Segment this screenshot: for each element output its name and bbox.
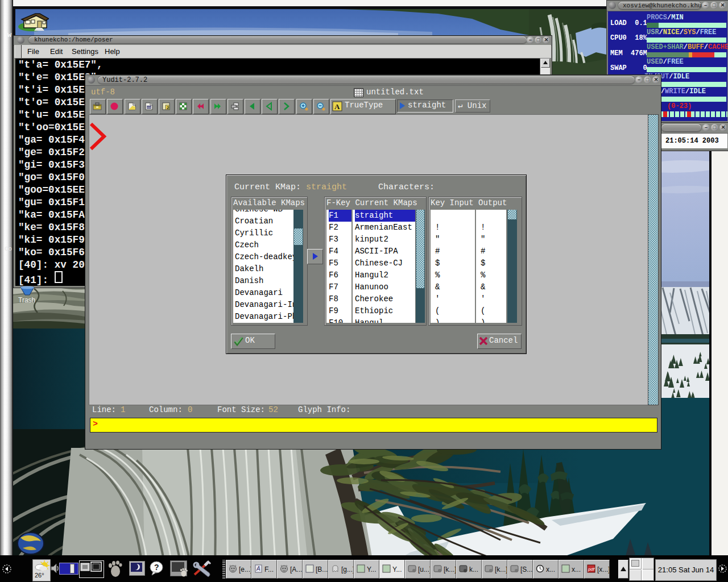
svg-text:A: A [256,566,260,572]
svg-text:Trash: Trash [18,296,35,304]
svg-text:pdf: pdf [588,567,595,572]
svg-text:A: A [334,102,340,111]
svg-text:2: 2 [167,105,169,110]
